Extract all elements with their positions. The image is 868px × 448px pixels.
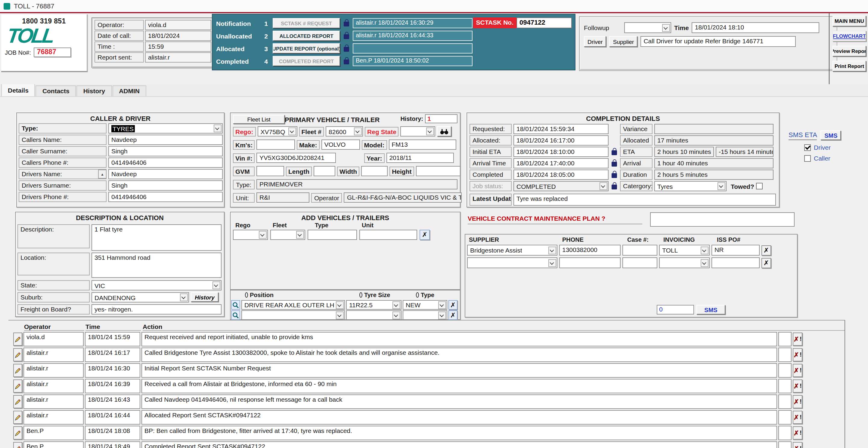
supplier-select[interactable]: Bridgestone Assist [467, 245, 557, 255]
followup-select[interactable] [624, 22, 671, 33]
sctask-request-button[interactable]: SCTASK # REQUEST [273, 18, 340, 28]
delete-row-button[interactable]: ✗! [793, 348, 802, 361]
supplier-sms-button[interactable]: SMS [696, 305, 725, 314]
make-field[interactable]: VOLVO [321, 139, 360, 150]
chevron-down-icon[interactable] [393, 311, 400, 319]
delete-row-button[interactable]: ✗! [793, 442, 802, 448]
tyre-position-select[interactable]: DRIVE REAR AXLE OUTER LH [241, 300, 345, 310]
height-field[interactable] [416, 166, 460, 176]
chevron-down-icon[interactable] [180, 294, 188, 301]
chevron-down-icon[interactable] [548, 259, 556, 267]
print-report-button[interactable]: Print Report [833, 61, 866, 72]
tyre-position-select[interactable] [241, 310, 345, 320]
iss-po-field[interactable]: NR [712, 245, 760, 255]
addv-type-field[interactable] [308, 230, 357, 240]
tyre-delete-button[interactable]: ✗ [448, 310, 458, 320]
completed-report-button[interactable]: COMPLETED REPORT [273, 56, 340, 66]
location-field[interactable]: 351 Hammond road [92, 252, 221, 278]
addv-unit-field[interactable] [359, 230, 417, 240]
drivers-phone-field[interactable]: 0414946406 [108, 192, 223, 202]
sms-button[interactable]: SMS [821, 131, 841, 140]
addv-delete-button[interactable]: ✗ [420, 230, 430, 240]
tab-history[interactable]: History [77, 85, 112, 96]
latest-update-field[interactable]: Tyre was replaced [514, 194, 776, 206]
tyre-search-button[interactable] [231, 310, 240, 320]
chevron-down-icon[interactable] [662, 24, 670, 32]
tyre-type-select[interactable] [403, 310, 447, 320]
chevron-down-icon[interactable] [259, 231, 267, 239]
chevron-down-icon[interactable] [354, 128, 362, 135]
fleet-list-button[interactable]: Fleet List [233, 115, 285, 124]
tyre-size-select[interactable]: 11R22.5 [346, 300, 402, 310]
delete-row-button[interactable]: ✗! [793, 364, 802, 377]
kms-field[interactable] [256, 139, 295, 150]
model-field[interactable]: FM13 [389, 139, 456, 150]
delete-row-button[interactable]: ✗! [793, 333, 802, 346]
followup-supplier-button[interactable]: Supplier [610, 36, 638, 47]
chevron-down-icon[interactable] [336, 311, 344, 319]
tyre-delete-button[interactable]: ✗ [448, 300, 458, 310]
followup-driver-button[interactable]: Driver [584, 36, 607, 47]
tab-admin[interactable]: ADMIN [112, 85, 146, 96]
rego-select[interactable]: XV75BQ [258, 126, 297, 137]
category-select[interactable]: Tyres [654, 181, 726, 191]
chevron-down-icon[interactable] [438, 311, 446, 319]
chevron-down-icon[interactable] [427, 128, 434, 135]
fleet-select[interactable]: 82600 [326, 126, 363, 137]
edit-row-button[interactable] [13, 395, 22, 408]
delete-row-button[interactable]: ✗! [793, 379, 802, 393]
sms-count-field[interactable]: 0 [657, 305, 694, 314]
maintenance-plan-field[interactable] [650, 212, 795, 227]
edit-row-button[interactable] [13, 333, 22, 346]
drivers-name-field[interactable]: Navdeep [108, 169, 223, 179]
state-select[interactable]: VIC [92, 280, 221, 290]
followup-time-field[interactable]: 18/01/2024 18:10 [692, 22, 819, 33]
update-report-button[interactable]: UPDATE REPORT (optional) [273, 43, 340, 54]
chevron-down-icon[interactable] [701, 246, 709, 254]
chevron-down-icon[interactable] [701, 259, 709, 267]
chevron-down-icon[interactable] [336, 301, 344, 309]
flowchart-link[interactable]: FLOWCHART [833, 31, 866, 41]
suburb-select[interactable]: DANDENONG [92, 292, 189, 303]
chevron-down-icon[interactable] [393, 301, 400, 309]
delete-row-button[interactable]: ✗! [793, 395, 802, 408]
job-status-select[interactable]: COMPLETED [514, 181, 609, 191]
tyre-size-select[interactable] [346, 310, 402, 320]
chevron-down-icon[interactable] [214, 125, 221, 132]
main-menu-button[interactable]: MAIN MENU [833, 15, 866, 27]
supplier-delete-button[interactable]: ✗ [762, 245, 771, 255]
chevron-down-icon[interactable] [288, 128, 296, 135]
edit-row-button[interactable] [13, 379, 22, 393]
delete-row-button[interactable]: ✗! [793, 426, 802, 440]
chevron-down-icon[interactable] [548, 246, 556, 254]
followup-note-field[interactable]: Call Driver for update Refer Bridge 1467… [641, 36, 796, 47]
caller-surname-field[interactable]: Singh [108, 146, 223, 157]
gvm-field[interactable] [256, 166, 284, 176]
supplier-delete-button[interactable]: ✗ [762, 258, 771, 268]
width-field[interactable] [361, 166, 388, 176]
chevron-down-icon[interactable] [296, 231, 304, 239]
invoicing-select[interactable] [659, 257, 710, 268]
drivers-surname-field[interactable]: Singh [108, 180, 223, 191]
invoicing-select[interactable]: TOLL [659, 245, 710, 255]
chevron-down-icon[interactable] [717, 182, 725, 190]
delete-row-button[interactable]: ✗! [793, 411, 802, 424]
length-field[interactable] [314, 166, 335, 176]
reg-state-select[interactable] [401, 126, 435, 137]
supplier-phone-field[interactable] [559, 257, 621, 268]
allocated-report-button[interactable]: ALLOCATED REPORT [273, 31, 340, 41]
tyre-search-button[interactable] [231, 300, 240, 310]
suburb-history-button[interactable]: History [191, 292, 218, 302]
edit-row-button[interactable] [13, 442, 22, 448]
year-field[interactable]: 2018/11 [386, 153, 454, 163]
allocated-field[interactable]: 18/01/2024 16:17:00 [514, 135, 609, 145]
supplier-case-field[interactable] [622, 245, 657, 255]
addv-rego-select[interactable] [233, 230, 268, 240]
find-vehicle-button[interactable] [437, 126, 452, 137]
chevron-down-icon[interactable] [438, 301, 446, 309]
supplier-phone-field[interactable]: 1300382000 [559, 245, 621, 255]
vin-field[interactable]: YV5XG30D6JD208241 [256, 153, 336, 163]
tab-contacts[interactable]: Contacts [36, 85, 76, 96]
edit-row-button[interactable] [13, 411, 22, 424]
type-select[interactable]: TYRES [108, 123, 223, 134]
